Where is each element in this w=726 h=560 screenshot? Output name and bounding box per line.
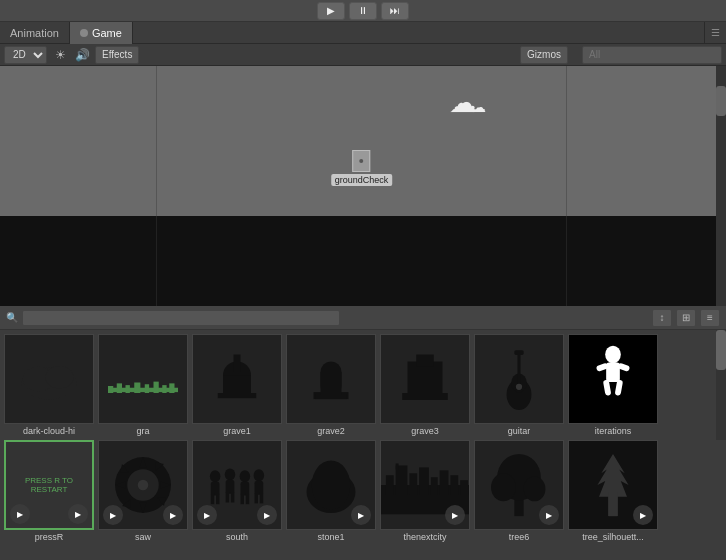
viewport-center-panel: ☁ ☁ groundCheck bbox=[157, 66, 566, 216]
asset-gra[interactable]: gra bbox=[98, 334, 188, 436]
svg-rect-26 bbox=[514, 350, 523, 355]
asset-pressR[interactable]: PRESS R TO RESTART ▶ ▶ pressR bbox=[4, 440, 94, 542]
asset-south[interactable]: ▶ ▶ south bbox=[192, 440, 282, 542]
asset-search-bar: 🔍 ↕ ⊞ ≡ bbox=[0, 306, 726, 330]
svg-rect-70 bbox=[440, 470, 449, 494]
svg-rect-79 bbox=[608, 493, 617, 516]
south-play-left[interactable]: ▶ bbox=[197, 505, 217, 525]
search-icon: 🔍 bbox=[6, 312, 18, 323]
tab-animation[interactable]: Animation bbox=[0, 22, 70, 44]
svg-rect-4 bbox=[108, 386, 113, 393]
play-button[interactable]: ▶ bbox=[317, 2, 345, 20]
cloud-icon-small: ☁ bbox=[472, 99, 486, 115]
tab-collapse-btn[interactable]: ☰ bbox=[705, 25, 726, 40]
svg-rect-15 bbox=[234, 355, 241, 373]
svg-rect-58 bbox=[255, 481, 264, 495]
asset-label-saw: saw bbox=[135, 532, 151, 542]
pressR-play-left[interactable]: ▶ bbox=[10, 504, 30, 524]
black-panel-center bbox=[157, 216, 566, 306]
groundcheck-element: groundCheck bbox=[331, 150, 393, 186]
svg-point-53 bbox=[240, 470, 251, 482]
asset-scrollbar[interactable] bbox=[716, 330, 726, 440]
svg-point-45 bbox=[210, 470, 221, 482]
svg-rect-68 bbox=[419, 467, 429, 494]
saw-play-right[interactable]: ▶ bbox=[163, 505, 183, 525]
svg-rect-25 bbox=[517, 352, 520, 385]
tab-animation-label: Animation bbox=[10, 27, 59, 39]
svg-rect-52 bbox=[231, 492, 235, 503]
svg-rect-46 bbox=[211, 482, 220, 496]
grave1-svg bbox=[202, 344, 272, 414]
search-input[interactable] bbox=[582, 46, 722, 64]
svg-rect-18 bbox=[321, 372, 342, 397]
svg-rect-71 bbox=[450, 475, 458, 495]
asset-thumb-iterations bbox=[568, 334, 658, 424]
asset-grave1[interactable]: grave1 bbox=[192, 334, 282, 436]
asset-stone1[interactable]: ▶ stone1 bbox=[286, 440, 376, 542]
pressR-text: PRESS R TO RESTART bbox=[6, 472, 92, 498]
south-play-right[interactable]: ▶ bbox=[257, 505, 277, 525]
asset-tag-btn[interactable]: ⊞ bbox=[676, 309, 696, 327]
asset-thumb-thenextcity: ▶ bbox=[380, 440, 470, 530]
thenextcity-play[interactable]: ▶ bbox=[445, 505, 465, 525]
groundcheck-eye bbox=[359, 159, 363, 163]
black-panel-left bbox=[0, 216, 157, 306]
svg-rect-33 bbox=[615, 380, 623, 396]
tree6-play[interactable]: ▶ bbox=[539, 505, 559, 525]
svg-point-2 bbox=[46, 366, 74, 389]
asset-tree-silhouette[interactable]: ▶ tree_silhouett... bbox=[568, 440, 658, 542]
asset-thenextcity[interactable]: ▶ thenextcity bbox=[380, 440, 470, 542]
audio-icon[interactable]: 🔊 bbox=[73, 46, 91, 64]
asset-guitar[interactable]: guitar bbox=[474, 334, 564, 436]
asset-dark-cloud-hi[interactable]: dark-cloud-hi bbox=[4, 334, 94, 436]
tree-silhouette-play[interactable]: ▶ bbox=[633, 505, 653, 525]
asset-thumb-guitar bbox=[474, 334, 564, 424]
svg-point-28 bbox=[605, 346, 621, 364]
effects-button[interactable]: Effects bbox=[95, 46, 139, 64]
svg-rect-64 bbox=[386, 475, 394, 495]
viewport-left-panel bbox=[0, 66, 157, 216]
asset-label-iterations: iterations bbox=[595, 426, 632, 436]
gizmos-button[interactable]: Gizmos bbox=[520, 46, 568, 64]
svg-rect-7 bbox=[134, 383, 140, 394]
svg-rect-67 bbox=[409, 473, 417, 495]
pause-button[interactable]: ⏸ bbox=[349, 2, 377, 20]
asset-thumb-south: ▶ ▶ bbox=[192, 440, 282, 530]
svg-rect-65 bbox=[396, 465, 408, 494]
asset-search-input[interactable] bbox=[22, 310, 340, 326]
asset-tree6[interactable]: ▶ tree6 bbox=[474, 440, 564, 542]
asset-label-grave3: grave3 bbox=[411, 426, 439, 436]
svg-rect-10 bbox=[162, 385, 166, 393]
asset-label-gra: gra bbox=[136, 426, 149, 436]
asset-move-btn[interactable]: ↕ bbox=[652, 309, 672, 327]
svg-point-36 bbox=[138, 480, 149, 491]
asset-filter-btn[interactable]: ≡ bbox=[700, 309, 720, 327]
sun-icon[interactable]: ☀ bbox=[51, 46, 69, 64]
svg-point-27 bbox=[516, 384, 522, 390]
asset-grave2[interactable]: grave2 bbox=[286, 334, 376, 436]
asset-thumb-pressR: PRESS R TO RESTART ▶ ▶ bbox=[4, 440, 94, 530]
saw-play-left[interactable]: ▶ bbox=[103, 505, 123, 525]
grave2-svg bbox=[296, 344, 366, 414]
dark-cloud-hi-svg bbox=[14, 344, 84, 414]
asset-iterations[interactable]: iterations bbox=[568, 334, 658, 436]
viewport-scrollbar[interactable] bbox=[716, 66, 726, 306]
svg-rect-29 bbox=[606, 362, 620, 382]
asset-saw[interactable]: ▶ ▶ saw bbox=[98, 440, 188, 542]
svg-rect-48 bbox=[216, 494, 220, 505]
stone1-play[interactable]: ▶ bbox=[351, 505, 371, 525]
asset-grave3[interactable]: grave3 bbox=[380, 334, 470, 436]
tab-empty-space bbox=[133, 22, 705, 43]
tab-game[interactable]: Game bbox=[70, 22, 133, 44]
pressR-play-right[interactable]: ▶ bbox=[68, 504, 88, 524]
asset-thumb-tree6: ▶ bbox=[474, 440, 564, 530]
groundcheck-sprite bbox=[352, 150, 370, 172]
svg-point-49 bbox=[225, 468, 236, 480]
svg-rect-8 bbox=[145, 384, 149, 393]
resolution-select[interactable]: 2D bbox=[4, 46, 47, 64]
step-button[interactable]: ⏭ bbox=[381, 2, 409, 20]
asset-thumb-dark-cloud-hi bbox=[4, 334, 94, 424]
asset-thumb-gra bbox=[98, 334, 188, 424]
game-viewport: ☁ ☁ groundCheck bbox=[0, 66, 726, 306]
asset-label-pressR: pressR bbox=[35, 532, 64, 542]
